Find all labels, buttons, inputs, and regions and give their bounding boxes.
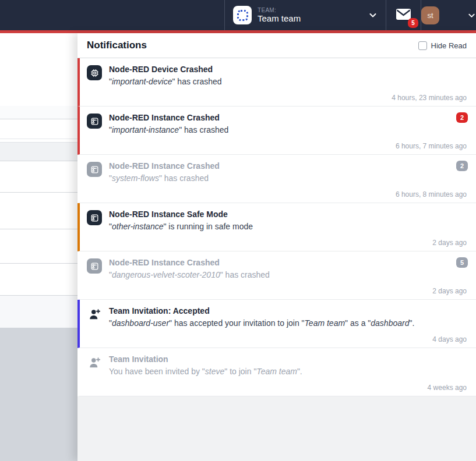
notification-item[interactable]: Node-RED Instance Crashed "important-ins… [77, 107, 476, 155]
navbar-spacer [0, 0, 224, 30]
notifications-panel: Notifications Hide Read Node-RED Device … [77, 33, 476, 461]
notification-item[interactable]: Team Invitation: Accepted "dashboard-use… [77, 300, 476, 348]
user-add-icon [87, 354, 103, 392]
instance-icon [87, 112, 103, 150]
notification-timestamp: 4 weeks ago [428, 384, 467, 392]
team-label: TEAM: [258, 7, 301, 14]
notifications-button[interactable]: 5 [386, 0, 421, 30]
hide-read-toggle[interactable]: Hide Read [418, 41, 467, 50]
team-name: Team team [258, 13, 301, 23]
background-page [0, 33, 77, 461]
instance-icon [87, 161, 103, 198]
notification-item[interactable]: Node-RED Instance Crashed "dangerous-vel… [77, 251, 476, 300]
panel-footer [77, 396, 476, 461]
notification-message: You have been invited by "steve" to join… [109, 366, 467, 377]
hide-read-label: Hide Read [431, 41, 467, 50]
chevron-down-icon [467, 11, 476, 20]
notification-title: Node-RED Instance Crashed [109, 112, 467, 123]
notification-title: Team Invitation [109, 354, 467, 364]
notification-timestamp: 4 days ago [432, 335, 467, 343]
notification-timestamp: 4 hours, 23 minutes ago [392, 94, 467, 102]
panel-title: Notifications [87, 40, 147, 51]
notification-timestamp: 2 days ago [432, 287, 467, 295]
device-icon [87, 64, 103, 102]
notification-count-badge: 5 [456, 257, 468, 268]
notification-list: Node-RED Device Crashed "important-devic… [77, 58, 476, 396]
notification-item[interactable]: Node-RED Instance Safe Mode "other-insta… [77, 203, 476, 251]
notification-title: Node-RED Instance Safe Mode [109, 209, 467, 219]
notification-count-badge: 2 [456, 161, 468, 171]
notification-message: "important-instance" has crashed [109, 125, 467, 135]
instance-icon [87, 257, 103, 295]
team-icon [233, 6, 252, 24]
notification-timestamp: 6 hours, 8 minutes ago [396, 190, 467, 198]
notification-title: Node-RED Instance Crashed [109, 257, 467, 268]
user-menu[interactable]: st [421, 0, 476, 30]
notification-message: "other-instance" is running in safe mode [109, 221, 467, 232]
notification-message: "dangerous-velvet-scoter-2010" has crash… [109, 269, 467, 280]
notification-item[interactable]: Team Invitation You have been invited by… [77, 348, 476, 396]
team-switcher[interactable]: TEAM: Team team [224, 0, 386, 30]
notification-title: Node-RED Instance Crashed [109, 161, 467, 171]
notification-message: "system-flows" has crashed [109, 173, 467, 183]
unread-count-badge: 5 [408, 18, 418, 28]
hide-read-checkbox[interactable] [418, 41, 427, 50]
notification-item[interactable]: Node-RED Device Crashed "important-devic… [77, 58, 476, 107]
notification-title: Team Invitation: Accepted [109, 306, 467, 316]
notification-message: "important-device" has crashed [109, 76, 467, 87]
chevron-down-icon [368, 10, 378, 20]
notifications-header: Notifications Hide Read [77, 33, 476, 58]
notification-item[interactable]: Node-RED Instance Crashed "system-flows"… [77, 155, 476, 203]
notification-timestamp: 2 days ago [432, 239, 467, 247]
notification-message: "dashboard-user" has accepted your invit… [109, 318, 467, 328]
instance-icon [87, 209, 103, 247]
notification-timestamp: 6 hours, 7 minutes ago [396, 142, 467, 150]
notification-title: Node-RED Device Crashed [109, 64, 467, 75]
avatar: st [421, 6, 439, 24]
top-navbar: TEAM: Team team 5 st [0, 0, 476, 30]
notification-count-badge: 2 [456, 112, 468, 123]
user-add-icon [87, 306, 103, 343]
